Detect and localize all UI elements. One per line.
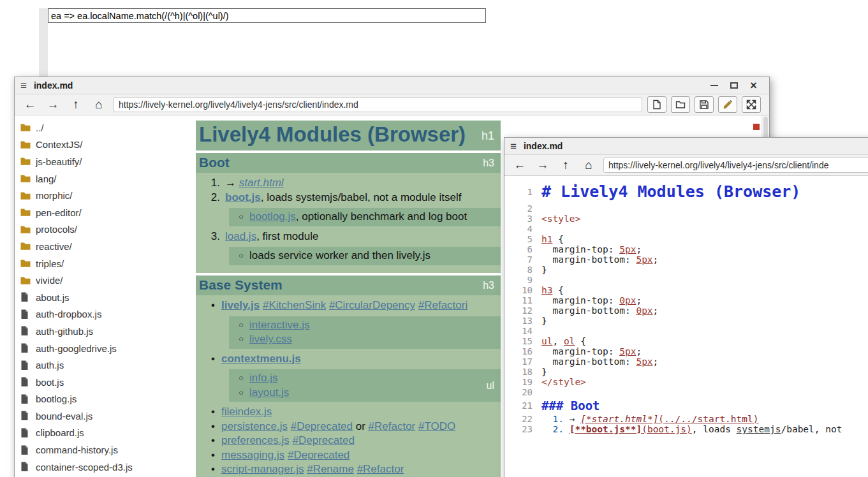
link[interactable]: interactive.js — [249, 319, 309, 331]
file-list: ../ContextJS/js-beautify/lang/morphic/pe… — [15, 115, 182, 477]
file-list-item-folder[interactable]: ContextJS/ — [15, 136, 182, 154]
url-input[interactable] — [603, 158, 868, 173]
window-titlebar[interactable]: ≡ index.md — [504, 138, 868, 155]
file-list-item-file[interactable]: bound-eval.js — [15, 407, 182, 425]
link[interactable]: #Rename — [307, 463, 354, 475]
editor-line[interactable]: 3<style> — [504, 214, 868, 224]
link[interactable]: #Deprecated — [293, 434, 355, 446]
editor-line[interactable]: 7 margin-bottom: 5px; — [504, 254, 868, 265]
editor-line[interactable]: 10h3 { — [504, 285, 868, 295]
code-editor[interactable]: 1# Lively4 Modules (Browser)2 3<style>4 … — [504, 176, 868, 477]
link[interactable]: #Deprecated — [288, 449, 349, 461]
window-menu-icon[interactable]: ≡ — [510, 141, 517, 152]
file-list-item-folder[interactable]: ../ — [15, 119, 182, 136]
file-list-item-file[interactable]: about.js — [15, 289, 182, 306]
link[interactable]: #Refactor — [369, 420, 416, 432]
code-line-text: } — [541, 265, 868, 275]
window-menu-icon[interactable]: ≡ — [20, 80, 27, 91]
file-list-item-file[interactable]: bootlog.js — [15, 391, 182, 408]
editor-line[interactable]: 6 margin-top: 5px; — [504, 244, 868, 254]
file-list-item-file[interactable]: container-scoped-d3.js — [15, 459, 182, 476]
file-list-item-folder[interactable]: lang/ — [15, 170, 182, 187]
editor-line[interactable]: 9 — [504, 275, 868, 285]
link[interactable]: preferences.js — [221, 434, 290, 446]
link[interactable]: persistence.js — [221, 420, 288, 432]
link[interactable]: messaging.js — [221, 449, 284, 461]
file-list-item-file[interactable]: auth-googledrive.js — [15, 340, 182, 357]
link[interactable]: #TODO — [418, 420, 455, 432]
fullscreen-button[interactable] — [742, 96, 761, 113]
url-input[interactable] — [114, 97, 642, 112]
link[interactable]: load.js — [225, 230, 256, 242]
editor-line[interactable]: 20 — [504, 387, 868, 397]
link[interactable]: #CircularDepency — [329, 299, 415, 311]
link[interactable]: layout.js — [249, 386, 289, 399]
editor-line[interactable]: 17 margin-bottom: 5px; — [504, 356, 868, 367]
back-button[interactable]: ← — [508, 157, 531, 174]
new-file-button[interactable] — [647, 96, 666, 113]
home-button[interactable]: ⌂ — [577, 157, 600, 174]
file-list-item-folder[interactable]: reactive/ — [15, 238, 182, 255]
forward-button[interactable]: → — [531, 157, 554, 174]
minimize-button[interactable] — [704, 78, 724, 94]
edit-button[interactable] — [718, 96, 737, 113]
browse-folder-button[interactable] — [671, 96, 690, 113]
link[interactable]: boot.js — [225, 191, 261, 203]
editor-line[interactable]: 15ul, ol { — [504, 336, 868, 346]
link[interactable]: lively.js — [221, 299, 260, 311]
editor-line[interactable]: 18} — [504, 367, 868, 377]
editor-line[interactable]: 4 — [504, 224, 868, 234]
link[interactable]: bootlog.js — [249, 210, 296, 223]
file-list-item-folder[interactable]: pen-editor/ — [15, 204, 182, 221]
file-list-item-file[interactable]: auth-dropbox.js — [15, 306, 182, 323]
heading-h1: Lively4 Modules (Browser)h1 — [196, 121, 501, 150]
link[interactable]: lively.css — [249, 333, 292, 345]
file-list-item-folder[interactable]: protocols/ — [15, 221, 182, 238]
link[interactable]: info.js — [249, 372, 277, 384]
link[interactable]: #Refactor — [357, 463, 404, 475]
link[interactable]: start.html — [239, 177, 284, 189]
editor-line[interactable]: 11 margin-top: 0px; — [504, 295, 868, 305]
editor-line[interactable]: 2 — [504, 203, 868, 214]
back-button[interactable]: ← — [18, 96, 41, 114]
file-list-item-file[interactable]: boot.js — [15, 374, 182, 391]
element-filter-input[interactable] — [48, 8, 486, 23]
link[interactable]: contextmenu.js — [221, 353, 301, 365]
maximize-button[interactable] — [724, 78, 744, 94]
editor-line[interactable]: 13} — [504, 316, 868, 326]
file-list-item-folder[interactable]: triples/ — [15, 255, 182, 272]
home-button[interactable]: ⌂ — [87, 96, 110, 114]
close-button[interactable]: × — [744, 78, 763, 94]
editor-line[interactable]: 1# Lively4 Modules (Browser) — [504, 180, 868, 203]
editor-line[interactable]: 19</style> — [504, 377, 868, 387]
file-list-item-folder[interactable]: js-beautify/ — [15, 153, 182, 170]
file-list-item-file[interactable]: clipboard.js — [15, 425, 182, 442]
up-button[interactable]: ↑ — [64, 96, 87, 114]
sub-list: ○bootlog.js, optionally benchmark and lo… — [229, 208, 501, 226]
file-list-item-folder[interactable]: vivide/ — [15, 272, 182, 289]
file-name: auth-github.js — [36, 326, 93, 337]
save-button[interactable] — [695, 96, 714, 113]
editor-line[interactable]: 8} — [504, 265, 868, 275]
editor-line[interactable]: 12 margin-bottom: 0px; — [504, 305, 868, 316]
window-titlebar[interactable]: ≡ index.md × — [15, 77, 769, 94]
link[interactable]: #Refactori — [418, 299, 467, 311]
file-list-item-file[interactable]: auth-github.js — [15, 323, 182, 340]
link[interactable]: fileindex.js — [221, 406, 272, 418]
up-button[interactable]: ↑ — [554, 157, 577, 174]
editor-line[interactable]: 5h1 { — [504, 234, 868, 244]
file-icon — [20, 360, 31, 371]
list-item-text: boot.js, loads systemjs/babel, not a mod… — [225, 191, 461, 205]
editor-line[interactable]: 21### Boot — [504, 397, 868, 414]
link[interactable]: #KitchenSink — [263, 299, 326, 311]
link[interactable]: #Deprecated — [291, 420, 353, 432]
file-list-item-file[interactable]: command-history.js — [15, 441, 182, 459]
file-list-item-folder[interactable]: morphic/ — [15, 187, 182, 204]
editor-line[interactable]: 23 2. [**boot.js**](boot.js), loads syst… — [504, 424, 868, 434]
link[interactable]: script-manager.js — [221, 463, 304, 475]
editor-line[interactable]: 16 margin-top: 5px; — [504, 346, 868, 356]
editor-line[interactable]: 22 1. → [*start.html*](../../start.html) — [504, 414, 868, 424]
file-list-item-file[interactable]: auth.js — [15, 356, 182, 374]
editor-line[interactable]: 14 — [504, 326, 868, 336]
forward-button[interactable]: → — [41, 96, 64, 114]
